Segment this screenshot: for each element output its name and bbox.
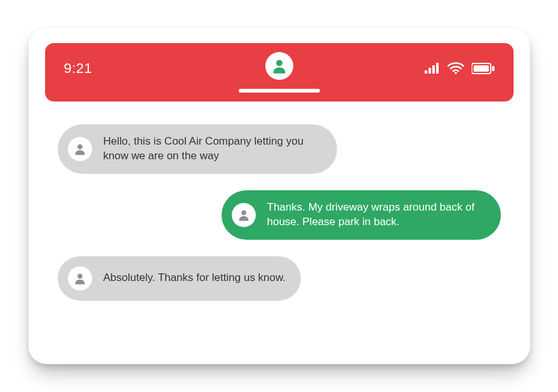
message-bubble-outgoing[interactable]: Thanks. My driveway wraps around back of…: [222, 190, 501, 240]
svg-point-0: [276, 60, 282, 66]
message-bubble-incoming[interactable]: Hello, this is Cool Air Company letting …: [58, 124, 337, 174]
svg-rect-8: [492, 66, 495, 71]
message-text: Thanks. My driveway wraps around back of…: [267, 200, 486, 230]
person-icon: [73, 271, 87, 285]
svg-rect-3: [432, 65, 435, 74]
status-icons: [425, 62, 495, 75]
svg-rect-2: [428, 68, 431, 74]
message-bubble-incoming[interactable]: Absolutely. Thanks for letting us know.: [58, 256, 302, 301]
sender-avatar: [232, 203, 256, 227]
person-icon: [270, 57, 288, 75]
svg-point-9: [77, 144, 83, 149]
battery-icon: [472, 63, 495, 74]
svg-rect-4: [436, 63, 439, 74]
svg-rect-7: [474, 65, 489, 72]
svg-point-10: [241, 210, 246, 215]
message-thread[interactable]: Hello, this is Cool Air Company letting …: [45, 101, 514, 301]
clock-time: 9:21: [64, 60, 93, 77]
contact-avatar[interactable]: [265, 52, 293, 80]
svg-point-11: [77, 273, 83, 278]
person-icon: [237, 208, 251, 222]
svg-point-5: [455, 72, 457, 74]
header-bar: 9:21: [45, 43, 514, 101]
sender-avatar: [68, 266, 92, 291]
message-text: Absolutely. Thanks for letting us know.: [103, 271, 286, 285]
person-icon: [73, 142, 87, 156]
cellular-signal-icon: [425, 62, 440, 75]
header-underline: [239, 89, 320, 93]
sender-avatar: [68, 137, 92, 161]
message-text: Hello, this is Cool Air Company letting …: [103, 134, 322, 164]
svg-rect-1: [425, 70, 427, 74]
chat-window: 9:21: [29, 28, 530, 364]
wifi-icon: [448, 62, 464, 75]
